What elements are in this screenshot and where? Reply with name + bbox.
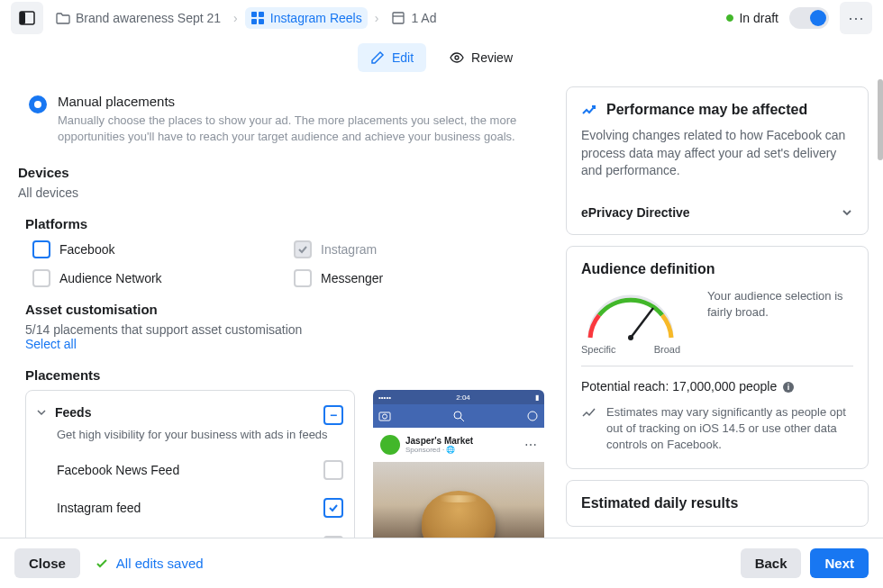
svg-rect-5 — [259, 19, 264, 24]
trend-icon — [581, 404, 597, 421]
svg-line-12 — [460, 418, 464, 421]
svg-text:i: i — [787, 383, 790, 392]
checkbox-unchecked[interactable] — [323, 460, 343, 480]
estimate-note: Estimates may vary significantly as peop… — [606, 404, 853, 454]
messenger-icon — [526, 410, 539, 422]
daily-results-card: Estimated daily results — [566, 480, 869, 527]
svg-point-8 — [455, 56, 459, 59]
placement-instagram-feed[interactable]: Instagram feed — [26, 489, 354, 527]
svg-point-15 — [628, 335, 633, 340]
svg-point-13 — [528, 412, 537, 421]
asset-customisation-heading: Asset customisation — [25, 302, 544, 317]
devices-value: All devices — [18, 185, 544, 200]
breadcrumb-adset[interactable]: Instagram Reels — [245, 7, 368, 29]
manual-placements-desc: Manually choose the places to show your … — [58, 113, 533, 145]
info-icon[interactable]: i — [782, 381, 795, 394]
grid-icon — [250, 11, 265, 25]
manual-placements-option[interactable]: Manual placements Manually choose the pl… — [18, 90, 544, 149]
svg-rect-9 — [379, 412, 390, 421]
daily-results-title: Estimated daily results — [581, 495, 853, 511]
chevron-down-icon — [37, 408, 46, 417]
collapse-panel-button[interactable] — [11, 2, 43, 34]
svg-point-10 — [383, 414, 387, 419]
platforms-heading: Platforms — [25, 216, 544, 231]
placements-heading: Placements — [18, 367, 544, 383]
breadcrumb-ad-label: 1 Ad — [411, 11, 436, 25]
check-icon — [95, 556, 109, 571]
audience-text: Your audience selection is fairly broad. — [707, 288, 853, 321]
radio-selected-icon — [29, 95, 47, 113]
saved-indicator: All edits saved — [95, 556, 204, 571]
pencil-icon — [370, 50, 385, 65]
tab-review[interactable]: Review — [437, 43, 525, 72]
breadcrumb-ad[interactable]: 1 Ad — [386, 7, 442, 29]
svg-line-14 — [631, 308, 653, 338]
next-button[interactable]: Next — [810, 548, 869, 578]
asset-customisation-desc: 5/14 placements that support asset custo… — [25, 322, 544, 337]
svg-rect-3 — [259, 12, 264, 17]
devices-heading: Devices — [18, 165, 544, 180]
ad-icon — [391, 11, 405, 25]
feeds-group-header[interactable]: Feeds − — [26, 398, 354, 427]
status-indicator: In draft — [726, 11, 778, 25]
breadcrumb-campaign-label: Brand awareness Sept 21 — [76, 11, 221, 25]
checkbox-checked[interactable] — [323, 498, 343, 518]
status-label: In draft — [739, 11, 778, 25]
performance-body: Evolving changes related to how Facebook… — [581, 127, 853, 180]
folder-icon — [56, 11, 70, 25]
manual-placements-label: Manual placements — [58, 94, 533, 109]
trend-icon — [581, 102, 597, 118]
platform-audience-network-checkbox[interactable]: Audience Network — [32, 269, 283, 287]
back-button[interactable]: Back — [741, 548, 802, 578]
close-button[interactable]: Close — [14, 548, 80, 578]
platform-messenger-checkbox[interactable]: Messenger — [294, 269, 544, 287]
camera-icon — [378, 410, 391, 422]
svg-rect-4 — [251, 19, 257, 24]
breadcrumb-adset-label: Instagram Reels — [270, 11, 362, 25]
status-dot-icon — [726, 14, 733, 22]
svg-rect-6 — [393, 13, 404, 23]
svg-point-11 — [454, 412, 461, 419]
potential-reach-value: 17,000,000 people — [672, 379, 777, 394]
chevron-right-icon: › — [375, 11, 379, 25]
publish-toggle[interactable] — [789, 7, 829, 29]
audience-title: Audience definition — [581, 261, 853, 277]
breadcrumb-campaign[interactable]: Brand awareness Sept 21 — [50, 7, 226, 29]
post-more-icon: ⋯ — [524, 438, 537, 452]
tab-edit[interactable]: Edit — [358, 43, 426, 72]
platform-instagram-checkbox: Instagram — [294, 240, 544, 258]
more-menu-button[interactable]: ⋯ — [840, 2, 872, 34]
select-all-link[interactable]: Select all — [25, 337, 544, 351]
svg-rect-2 — [251, 12, 257, 17]
gauge-icon — [581, 288, 680, 342]
performance-title: Performance may be affected — [606, 102, 807, 118]
scrollbar[interactable] — [878, 79, 883, 160]
feeds-indeterminate-checkbox[interactable]: − — [323, 405, 343, 425]
placement-fb-news-feed[interactable]: Facebook News Feed — [26, 451, 354, 489]
audience-card: Audience definition Spe — [566, 246, 869, 469]
chevron-right-icon: › — [233, 11, 238, 25]
performance-card: Performance may be affected Evolving cha… — [566, 86, 869, 235]
tab-review-label: Review — [471, 50, 513, 65]
eprivacy-accordion[interactable]: ePrivacy Directive — [581, 194, 853, 220]
avatar — [380, 435, 400, 455]
tab-edit-label: Edit — [392, 50, 414, 65]
eye-icon — [450, 50, 464, 65]
feeds-group-desc: Get high visibility for your business wi… — [26, 427, 354, 450]
svg-rect-1 — [20, 12, 25, 24]
platform-facebook-checkbox[interactable]: Facebook — [32, 240, 283, 258]
search-icon — [452, 410, 465, 422]
ad-preview: •••••2:04▮ Jasper's Market Sponsored · 🌐… — [373, 390, 544, 555]
chevron-down-icon — [841, 206, 853, 219]
